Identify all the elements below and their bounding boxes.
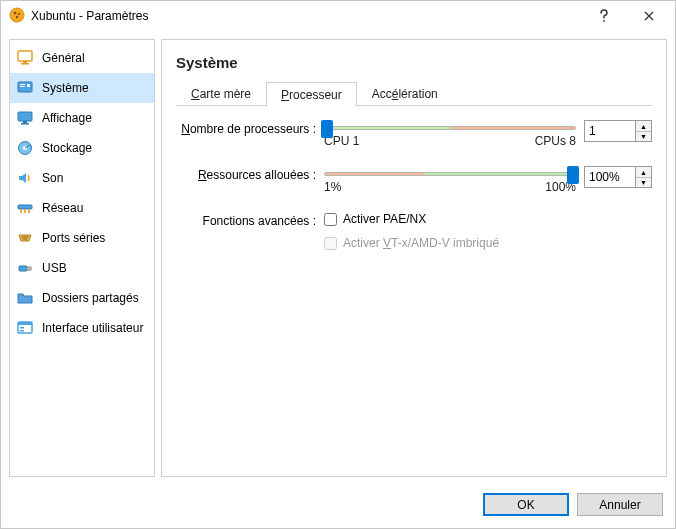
page-title: Système bbox=[176, 54, 652, 71]
sidebar-item-label: Dossiers partagés bbox=[42, 291, 139, 305]
svg-point-21 bbox=[22, 236, 23, 237]
svg-point-0 bbox=[10, 8, 24, 22]
sidebar-item-usb[interactable]: USB bbox=[10, 253, 154, 283]
tab-processor[interactable]: Processeur bbox=[266, 82, 357, 106]
sidebar-item-label: Système bbox=[42, 81, 89, 95]
pae-label: Activer PAE/NX bbox=[343, 212, 426, 226]
svg-point-4 bbox=[603, 20, 605, 22]
svg-rect-31 bbox=[20, 330, 24, 332]
svg-rect-27 bbox=[27, 267, 31, 270]
sidebar-item-general[interactable]: Général bbox=[10, 43, 154, 73]
vtx-checkbox-row: Activer VT-x/AMD-V imbriqué bbox=[324, 236, 652, 250]
alloc-slider[interactable]: 1% 100% bbox=[324, 172, 576, 194]
system-icon bbox=[16, 79, 34, 97]
app-icon bbox=[9, 7, 25, 26]
sidebar-item-label: Stockage bbox=[42, 141, 92, 155]
storage-icon bbox=[16, 139, 34, 157]
vtx-label: Activer VT-x/AMD-V imbriqué bbox=[343, 236, 499, 250]
alloc-spin[interactable]: ▲▼ bbox=[584, 166, 652, 188]
titlebar: Xubuntu - Paramètres bbox=[1, 1, 675, 31]
sidebar-item-audio[interactable]: Son bbox=[10, 163, 154, 193]
svg-point-24 bbox=[23, 238, 24, 239]
close-button[interactable] bbox=[626, 2, 671, 30]
ui-icon bbox=[16, 319, 34, 337]
svg-rect-5 bbox=[18, 51, 32, 61]
network-icon bbox=[16, 199, 34, 217]
svg-rect-12 bbox=[18, 112, 32, 121]
cpu-count-input[interactable] bbox=[584, 120, 636, 142]
sidebar-item-label: Ports séries bbox=[42, 231, 105, 245]
alloc-input[interactable] bbox=[584, 166, 636, 188]
svg-rect-19 bbox=[24, 209, 26, 213]
pae-checkbox-row[interactable]: Activer PAE/NX bbox=[324, 212, 652, 226]
folder-icon bbox=[16, 289, 34, 307]
sidebar-item-network[interactable]: Réseau bbox=[10, 193, 154, 223]
svg-rect-9 bbox=[20, 84, 25, 85]
spin-up-icon[interactable]: ▲ bbox=[636, 121, 651, 131]
tab-motherboard[interactable]: Carte mère bbox=[176, 81, 266, 105]
main-panel: Système Carte mère Processeur Accélérati… bbox=[161, 39, 667, 477]
audio-icon bbox=[16, 169, 34, 187]
alloc-label: Ressources allouées : bbox=[176, 166, 316, 182]
help-button[interactable] bbox=[581, 2, 626, 30]
svg-rect-13 bbox=[23, 121, 27, 123]
svg-rect-11 bbox=[27, 84, 30, 87]
svg-point-3 bbox=[16, 15, 18, 17]
sidebar-item-system[interactable]: Système bbox=[10, 73, 154, 103]
tab-acceleration[interactable]: Accélération bbox=[357, 81, 453, 105]
svg-rect-17 bbox=[18, 205, 32, 209]
serial-icon bbox=[16, 229, 34, 247]
svg-point-1 bbox=[14, 11, 17, 14]
cpu-max-label: CPUs 8 bbox=[535, 134, 576, 148]
svg-rect-26 bbox=[19, 266, 27, 271]
sidebar-item-ui[interactable]: Interface utilisateur bbox=[10, 313, 154, 343]
tabs: Carte mère Processeur Accélération bbox=[176, 81, 652, 106]
spin-down-icon[interactable]: ▼ bbox=[636, 131, 651, 141]
alloc-min-label: 1% bbox=[324, 180, 341, 194]
sidebar-item-label: Général bbox=[42, 51, 85, 65]
spin-up-icon[interactable]: ▲ bbox=[636, 167, 651, 177]
sidebar-item-serial[interactable]: Ports séries bbox=[10, 223, 154, 253]
svg-rect-20 bbox=[28, 209, 30, 213]
general-icon bbox=[16, 49, 34, 67]
sidebar-item-label: Son bbox=[42, 171, 63, 185]
vtx-checkbox bbox=[324, 237, 337, 250]
dialog-footer: OK Annuler bbox=[1, 485, 675, 528]
svg-rect-14 bbox=[21, 123, 29, 125]
window-title: Xubuntu - Paramètres bbox=[31, 9, 581, 23]
svg-rect-29 bbox=[18, 322, 32, 325]
sidebar-item-display[interactable]: Affichage bbox=[10, 103, 154, 133]
svg-point-22 bbox=[24, 236, 25, 237]
ok-button[interactable]: OK bbox=[483, 493, 569, 516]
svg-point-23 bbox=[26, 236, 27, 237]
sidebar-item-label: Interface utilisateur bbox=[42, 321, 143, 335]
advanced-label: Fonctions avancées : bbox=[176, 212, 316, 228]
sidebar-item-storage[interactable]: Stockage bbox=[10, 133, 154, 163]
svg-rect-6 bbox=[23, 61, 27, 63]
cancel-button[interactable]: Annuler bbox=[577, 493, 663, 516]
sidebar-item-label: Affichage bbox=[42, 111, 92, 125]
pae-checkbox[interactable] bbox=[324, 213, 337, 226]
cpu-count-spin[interactable]: ▲▼ bbox=[584, 120, 652, 142]
sidebar-item-shared[interactable]: Dossiers partagés bbox=[10, 283, 154, 313]
spin-down-icon[interactable]: ▼ bbox=[636, 177, 651, 187]
svg-point-2 bbox=[18, 12, 20, 14]
svg-rect-10 bbox=[20, 86, 25, 87]
svg-rect-7 bbox=[21, 63, 29, 65]
sidebar-item-label: USB bbox=[42, 261, 67, 275]
display-icon bbox=[16, 109, 34, 127]
svg-rect-30 bbox=[20, 327, 24, 329]
svg-point-25 bbox=[25, 238, 26, 239]
sidebar-item-label: Réseau bbox=[42, 201, 83, 215]
settings-sidebar: Général Système Affichage Stockage Son R… bbox=[9, 39, 155, 477]
cpu-count-slider[interactable]: CPU 1 CPUs 8 bbox=[324, 126, 576, 148]
usb-icon bbox=[16, 259, 34, 277]
svg-rect-18 bbox=[20, 209, 22, 213]
cpu-count-label: Nombre de processeurs : bbox=[176, 120, 316, 136]
